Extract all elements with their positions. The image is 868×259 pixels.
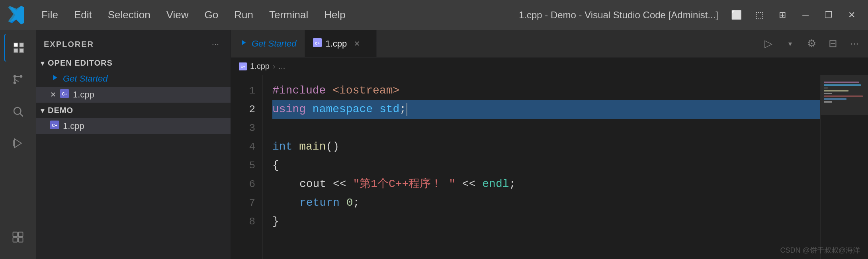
- run-dropdown-btn[interactable]: ▾: [782, 36, 798, 52]
- svg-text:C+: C+: [52, 123, 57, 128]
- titlebar: File Edit Selection View Go Run Terminal…: [0, 0, 868, 30]
- 1cpp-tab-close[interactable]: ✕: [354, 39, 360, 48]
- include-header: <iostream>: [332, 82, 399, 100]
- watermark: CSDN @饼干叔叔@海洋: [780, 245, 860, 255]
- 1cpp-sidebar-item[interactable]: ✕ C+ 1.cpp: [36, 87, 231, 103]
- cout-keyword: cout: [299, 175, 326, 193]
- 1cpp-demo-file-icon: C+: [50, 121, 59, 132]
- open-editors-label: OPEN EDITORS: [48, 58, 113, 68]
- demo-chevron: ▾: [41, 106, 45, 115]
- svg-point-5: [20, 75, 23, 78]
- demo-label: DEMO: [48, 106, 73, 115]
- editor-area: Get Started C+ 1.cpp ✕ ▷ ▾ ⚙ ⊟ ···: [231, 30, 868, 259]
- 1cpp-tab[interactable]: C+ 1.cpp ✕: [305, 30, 377, 57]
- get-started-tab-icon: [239, 38, 248, 49]
- close-brace: }: [272, 213, 279, 231]
- line-num-6: 6: [231, 175, 262, 194]
- svg-rect-3: [20, 49, 23, 52]
- open-editors-section-header[interactable]: ▾ OPEN EDITORS: [36, 55, 231, 71]
- string-literal: "第1个C++程序！ ": [353, 175, 456, 193]
- namespace-keyword: namespace: [313, 101, 373, 119]
- demo-section-header[interactable]: ▾ DEMO: [36, 103, 231, 118]
- open-brace: {: [272, 157, 279, 175]
- svg-text:C+: C+: [315, 41, 320, 45]
- int-keyword: int: [272, 138, 292, 156]
- tab-bar: Get Started C+ 1.cpp ✕ ▷ ▾ ⚙ ⊟ ···: [231, 30, 868, 58]
- menu-go[interactable]: Go: [197, 6, 226, 23]
- text-cursor: [407, 103, 407, 117]
- svg-rect-11: [13, 232, 18, 237]
- svg-rect-14: [18, 238, 23, 242]
- code-content[interactable]: #include <iostream> using namespace std …: [263, 75, 820, 259]
- breadcrumb-filename[interactable]: 1.cpp: [250, 62, 270, 71]
- using-keyword: using: [272, 101, 306, 119]
- menu-bar: File Edit Selection View Go Run Terminal…: [34, 6, 511, 23]
- sidebar: EXPLORER ··· ▾ OPEN EDITORS Get Started …: [36, 30, 231, 259]
- tab-actions: ▷ ▾ ⚙ ⊟ ···: [755, 30, 868, 57]
- more-actions-btn[interactable]: ···: [846, 36, 862, 52]
- include-keyword: #include: [272, 82, 326, 100]
- get-started-label: Get Started: [63, 74, 108, 84]
- get-started-tab-label: Get Started: [252, 39, 297, 49]
- line-num-3: 3: [231, 119, 262, 138]
- svg-rect-2: [14, 49, 18, 52]
- toggle-sidebar-btn[interactable]: ⬜: [726, 5, 746, 25]
- code-line-5: {: [272, 156, 820, 175]
- svg-rect-13: [13, 238, 18, 242]
- menu-file[interactable]: File: [34, 6, 65, 23]
- get-started-sidebar-item[interactable]: Get Started: [36, 71, 231, 87]
- run-button[interactable]: ▷: [760, 36, 776, 52]
- 1cpp-demo-sidebar-item[interactable]: C+ 1.cpp: [36, 118, 231, 134]
- open-editors-chevron: ▾: [41, 59, 45, 68]
- get-started-tab[interactable]: Get Started: [231, 30, 305, 57]
- window-title: 1.cpp - Demo - Visual Studio Code [Admin…: [519, 10, 718, 21]
- menu-terminal[interactable]: Terminal: [262, 6, 315, 23]
- customize-layout-btn[interactable]: ⊞: [772, 5, 792, 25]
- menu-run[interactable]: Run: [227, 6, 260, 23]
- return-keyword: return: [299, 194, 340, 212]
- 1cpp-close-icon[interactable]: ✕: [50, 90, 56, 99]
- split-editor-btn[interactable]: ⊟: [825, 36, 841, 52]
- breadcrumb-more[interactable]: ...: [279, 62, 285, 71]
- line-numbers: 1 2 3 4 5 6 7 8: [231, 75, 263, 259]
- activity-bar: [0, 30, 36, 259]
- search-activity-icon[interactable]: [4, 97, 32, 125]
- 1cpp-tab-icon: C+: [313, 38, 322, 49]
- restore-btn[interactable]: ❐: [819, 5, 839, 25]
- main-function: main: [299, 138, 326, 156]
- breadcrumb: C+ 1.cpp › ...: [231, 58, 868, 75]
- zero-literal: 0: [346, 194, 353, 212]
- run-activity-icon[interactable]: [4, 129, 32, 157]
- endl-keyword: endl: [482, 175, 509, 193]
- source-control-activity-icon[interactable]: [4, 66, 32, 93]
- code-line-1: #include <iostream>: [272, 82, 820, 100]
- settings-btn[interactable]: ⚙: [803, 36, 819, 52]
- sidebar-more-actions[interactable]: ···: [208, 37, 223, 51]
- explorer-activity-icon[interactable]: [4, 34, 32, 62]
- svg-point-7: [14, 107, 21, 115]
- code-editor[interactable]: 1 2 3 4 5 6 7 8 #include <iostream>: [231, 75, 868, 259]
- toggle-panel-btn[interactable]: ⬚: [749, 5, 769, 25]
- line-num-2: 2: [231, 100, 262, 119]
- 1cpp-demo-label: 1.cpp: [63, 121, 84, 131]
- main-layout: EXPLORER ··· ▾ OPEN EDITORS Get Started …: [0, 30, 868, 259]
- minimize-btn[interactable]: ─: [796, 5, 815, 25]
- menu-selection[interactable]: Selection: [101, 6, 158, 23]
- code-line-6: cout << "第1个C++程序！ " << endl ;: [272, 175, 820, 194]
- code-line-4: int main (): [272, 138, 820, 156]
- minimap: [820, 75, 868, 259]
- close-btn[interactable]: ✕: [842, 5, 862, 25]
- svg-line-8: [20, 114, 23, 117]
- get-started-icon: [50, 73, 59, 84]
- menu-edit[interactable]: Edit: [67, 6, 99, 23]
- sidebar-title: EXPLORER: [44, 40, 94, 49]
- code-line-3: [272, 119, 820, 138]
- std-keyword: std: [379, 101, 399, 119]
- vscode-logo: [6, 5, 26, 25]
- menu-view[interactable]: View: [159, 6, 196, 23]
- line-num-5: 5: [231, 156, 262, 175]
- menu-help[interactable]: Help: [317, 6, 352, 23]
- extensions-activity-icon[interactable]: [4, 223, 32, 251]
- breadcrumb-cpp-icon: C+: [239, 62, 247, 70]
- window-controls: ⬜ ⬚ ⊞ ─ ❐ ✕: [726, 5, 862, 25]
